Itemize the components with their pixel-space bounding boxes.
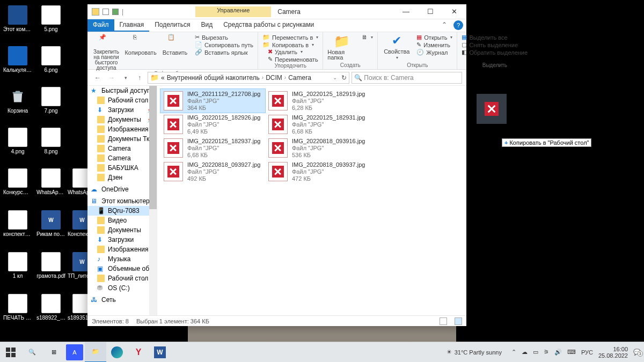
refresh-button[interactable]: ↻ (341, 74, 347, 82)
new-folder-button[interactable]: 📁Новая папка (327, 34, 356, 60)
menu-share[interactable]: Поделиться (149, 19, 195, 32)
context-tab[interactable]: Управление (195, 6, 271, 17)
cut-button[interactable]: ✂Вырезать (195, 34, 253, 41)
minimize-button[interactable]: — (394, 4, 418, 19)
tray-battery-icon[interactable]: ▭ (533, 349, 538, 356)
nav-item[interactable]: Дзен (87, 173, 157, 182)
tray-chevron-icon[interactable]: ⌃ (511, 349, 516, 356)
edit-button[interactable]: ✎Изменить (416, 41, 452, 48)
menu-home[interactable]: Главная (114, 19, 150, 32)
help-icon[interactable]: ? (453, 20, 463, 30)
file-item[interactable]: IMG_20220125_182926.jpgФайл "JPG"6,49 КБ (160, 113, 265, 136)
copy-to-button[interactable]: 📁Копировать в▾ (262, 41, 318, 48)
copy-path-button[interactable]: 📄Скопировать путь (195, 41, 253, 48)
tray-clock[interactable]: 16:0025.08.2022 (598, 346, 628, 359)
desktop-icon[interactable]: 5.png (36, 5, 65, 32)
nav-item[interactable]: Документы Ткач📌 (87, 134, 157, 144)
delete-button[interactable]: ✖Удалить▾ (268, 48, 318, 55)
weather-widget[interactable]: ☀31°C Partly sunny (447, 349, 502, 356)
close-button[interactable]: ✕ (442, 4, 466, 19)
nav-item[interactable]: Изображения (87, 245, 157, 254)
desktop-icon[interactable]: WhatsApp Image 2022... (36, 168, 65, 195)
start-button[interactable] (0, 342, 21, 363)
nav-item[interactable]: Видео (87, 216, 157, 225)
forward-button[interactable]: → (106, 72, 118, 84)
taskbar-yandex[interactable]: Y (128, 342, 149, 363)
menu-file[interactable]: Файл (87, 19, 114, 32)
nav-item[interactable]: Camera (87, 153, 157, 163)
tray-notifications-icon[interactable]: 💬3 (633, 349, 641, 356)
nav-item[interactable]: ⛃OS (C:) (87, 283, 157, 293)
nav-item[interactable]: Рабочий стол📌 (87, 95, 157, 105)
breadcrumb-dropdown-icon[interactable]: ⌄ (333, 75, 337, 80)
maximize-button[interactable]: ☐ (418, 4, 442, 19)
back-button[interactable]: ← (92, 72, 104, 84)
select-all-button[interactable]: ▦Выделить все (462, 34, 528, 41)
nav-item[interactable]: ★Быстрый доступ (87, 86, 157, 95)
file-item[interactable]: IMG_20220818_093916.jpgФайл "JPG"536 КБ (265, 136, 370, 160)
pin-to-quickaccess-button[interactable]: 📌Закрепить на панели быстрого доступа (92, 34, 121, 71)
invert-selection-button[interactable]: ◧Обратить выделение (462, 49, 528, 56)
desktop-icon[interactable]: грамота.pdf (36, 252, 65, 279)
nav-item[interactable]: 🖥Этот компьютер (87, 196, 157, 206)
new-item-button[interactable]: 🗎▾ (362, 34, 373, 40)
nav-item[interactable]: ▣Объемные объекты (87, 264, 157, 274)
nav-item[interactable]: Документы📌 (87, 115, 157, 124)
desktop-icon[interactable]: s188922_tk... (36, 294, 65, 321)
file-item[interactable]: IMG_20220125_182931.jpgФайл "JPG"6,68 КБ (265, 113, 370, 136)
menu-picture-tools[interactable]: Средства работы с рисунками (218, 19, 319, 32)
nav-item[interactable]: Camera (87, 144, 157, 153)
desktop-icon[interactable]: Этот компьютер... (3, 5, 32, 32)
menu-view[interactable]: Вид (195, 19, 218, 32)
nav-item[interactable]: Рабочий стол (87, 274, 157, 283)
paste-button[interactable]: 📋Вставить (160, 34, 189, 56)
open-button[interactable]: ▦Открыть▾ (416, 34, 452, 41)
nav-item[interactable]: Изображения📌 (87, 124, 157, 134)
nav-item[interactable]: ☁OneDrive (87, 184, 157, 194)
task-view-button[interactable]: ⊞ (43, 342, 64, 363)
desktop-icon[interactable]: конспекты - Ярлык (3, 210, 32, 237)
tray-onedrive-icon[interactable]: ☁ (522, 349, 528, 356)
desktop-icon[interactable]: Конкурсы 21-22 - ... (3, 168, 32, 195)
file-item[interactable]: IMG_20220125_182919.jpgФайл "JPG"6,28 КБ (265, 89, 370, 113)
nav-item[interactable]: ♪Музыка (87, 254, 157, 264)
taskbar-word[interactable]: W (149, 342, 171, 363)
tray-language[interactable]: РУС (581, 349, 593, 356)
file-item[interactable]: IMG_20220125_182937.jpgФайл "JPG"6,68 КБ (160, 136, 265, 160)
nav-item[interactable]: 🖧Сеть (87, 295, 157, 305)
desktop-icon[interactable]: Калькулятор (3, 46, 32, 73)
taskbar-explorer[interactable]: 📁 (85, 342, 106, 363)
copy-button[interactable]: ⎘Копировать (126, 34, 155, 56)
history-button[interactable]: 🕘Журнал (416, 49, 452, 56)
file-list[interactable]: IMG_20211129_212708.jpgФайл "JPG"364 КБI… (157, 86, 466, 315)
nav-item[interactable]: ⬇Загрузки (87, 235, 157, 245)
nav-item[interactable]: 📱BQru-7083 (87, 206, 157, 216)
file-item[interactable]: IMG_20220818_093937.jpgФайл "JPG"472 КБ (265, 160, 370, 183)
file-item[interactable]: IMG_20220818_093927.jpgФайл "JPG"492 КБ (160, 160, 265, 183)
tray-wifi-icon[interactable]: ⚞ (544, 349, 549, 356)
qat-btn[interactable] (103, 9, 109, 15)
rename-button[interactable]: ✎Переименовать (268, 56, 318, 63)
properties-button[interactable]: ✔Свойства▾ (382, 34, 411, 60)
nav-scroll-thumb[interactable] (149, 86, 157, 209)
tray-keyboard-icon[interactable]: ⌨ (567, 349, 576, 356)
titlebar[interactable]: | Управление Camera — ☐ ✕ (87, 4, 466, 19)
search-button[interactable]: 🔍 (21, 342, 43, 363)
collapse-ribbon-icon[interactable]: ⌃ (438, 19, 450, 32)
taskbar-app[interactable]: A (66, 344, 83, 360)
taskbar[interactable]: 🔍 ⊞ A 📁 Y W ☀31°C Partly sunny ⌃ ☁ ▭ ⚞ 🔊… (0, 342, 644, 362)
taskbar-edge[interactable] (106, 342, 128, 363)
large-icons-view-button[interactable] (455, 317, 462, 325)
desktop-icon[interactable]: WРикам по фонду куль... (36, 210, 65, 237)
desktop-icon[interactable]: Корзина (3, 87, 32, 114)
paste-shortcut-button[interactable]: 🔗Вставить ярлык (195, 49, 253, 56)
desktop-icon[interactable]: 8.png (36, 128, 65, 154)
select-none-button[interactable]: ▢Снять выделение (462, 41, 528, 48)
move-to-button[interactable]: 📁Переместить в▾ (262, 34, 318, 41)
search-input[interactable]: 🔍 Поиск в: Camera (352, 72, 462, 84)
up-button[interactable]: ↑ (134, 72, 145, 84)
desktop-icon[interactable]: 1 кл (3, 252, 32, 279)
desktop-icon[interactable]: 7.png (36, 87, 65, 114)
desktop-icon[interactable]: ПЕЧАТЬ В ПОСЁЛКЕ (3, 294, 32, 321)
details-view-button[interactable] (440, 317, 447, 325)
